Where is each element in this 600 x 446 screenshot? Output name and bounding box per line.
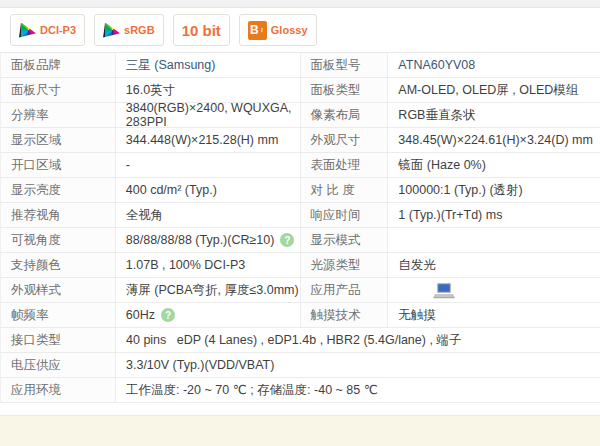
- spec-value-light-source: 自发光: [388, 253, 600, 277]
- spec-label-style: 外观样式: [1, 278, 116, 302]
- badge-srgb[interactable]: sRGB: [94, 14, 164, 46]
- spec-label-interface: 接口类型: [1, 328, 116, 352]
- laptop-icon: [398, 282, 455, 299]
- spec-row-aperture-surface: 开口区域 - 表面处理 镜面 (Haze 0%): [1, 153, 600, 178]
- spec-label-view-direction: 推荐视角: [1, 203, 116, 227]
- spec-value-view-direction: 全视角: [116, 203, 301, 227]
- spec-row-interface: 接口类型 40 pins eDP (4 Lanes) , eDP1.4b , H…: [1, 328, 600, 353]
- gamut-triangle-icon: [103, 23, 120, 38]
- spec-label-contrast: 对 比 度: [301, 178, 389, 202]
- spec-label-resolution: 分辨率: [1, 103, 116, 127]
- spec-table: 面板品牌 三星 (Samsung) 面板型号 ATNA60YV08 面板尺寸 1…: [0, 52, 600, 403]
- badge-label: DCI-P3: [40, 24, 76, 36]
- badge-row: DCI-P3 sRGB 10 bit B Glossy: [10, 14, 600, 46]
- spec-value-view-angle: 88/88/88/88 (Typ.)(CR≥10)?: [116, 228, 301, 252]
- spec-value-environment: 工作温度: -20 ~ 70 ℃ ; 存储温度: -40 ~ 85 ℃: [116, 378, 600, 402]
- spec-value-colors: 1.07B , 100% DCI-P3: [116, 253, 301, 277]
- model-link[interactable]: ATNA60YV08: [398, 58, 475, 72]
- spec-value-brightness: 400 cd/m² (Typ.): [116, 178, 301, 202]
- footer-strip: [0, 415, 600, 446]
- spec-label-response-time: 响应时间: [301, 203, 389, 227]
- spec-row-voltage: 电压供应 3.3/10V (Typ.)(VDD/VBAT): [1, 353, 600, 378]
- glossy-logo-icon: B: [248, 21, 267, 40]
- spec-row-viewdir-response: 推荐视角 全视角 响应时间 1 (Typ.)(Tr+Td) ms: [1, 203, 600, 228]
- spec-label-colors: 支持颜色: [1, 253, 116, 277]
- help-icon[interactable]: ?: [280, 233, 294, 247]
- spec-row-framerate-touch: 帧频率 60Hz? 触摸技术 无触摸: [1, 303, 600, 328]
- badge-10bit[interactable]: 10 bit: [173, 14, 230, 46]
- spec-value-frame-rate: 60Hz?: [116, 303, 301, 327]
- spec-label-display-area: 显示区域: [1, 128, 116, 152]
- spec-row-viewangle-mode: 可视角度 88/88/88/88 (Typ.)(CR≥10)? 显示模式: [1, 228, 600, 253]
- spec-label-display-mode: 显示模式: [301, 228, 389, 252]
- gamut-triangle-icon: [19, 23, 36, 38]
- help-icon[interactable]: ?: [161, 308, 175, 322]
- spec-value-style: 薄屏 (PCBA弯折, 厚度≤3.0mm): [116, 278, 301, 302]
- spec-row-area-outline: 显示区域 344.448(W)×215.28(H) mm 外观尺寸 348.45…: [1, 128, 600, 153]
- spec-label-aperture: 开口区域: [1, 153, 116, 177]
- spec-label-type: 面板类型: [301, 78, 389, 102]
- brand-link[interactable]: 三星 (Samsung): [126, 57, 216, 74]
- spec-label-view-angle: 可视角度: [1, 228, 116, 252]
- spec-row-size-type: 面板尺寸 16.0英寸 面板类型 AM-OLED, OLED屏 , OLED模组: [1, 78, 600, 103]
- top-divider: [0, 0, 600, 8]
- panel-spec-page: DCI-P3 sRGB 10 bit B Glossy 面板品牌 三星 (Sam…: [0, 0, 600, 446]
- spec-label-brightness: 显示亮度: [1, 178, 116, 202]
- spec-value-display-mode: [388, 228, 600, 252]
- badge-label: sRGB: [124, 24, 155, 36]
- spec-value-type: AM-OLED, OLED屏 , OLED模组: [388, 78, 600, 102]
- spec-value-resolution: 3840(RGB)×2400, WQUXGA, 283PPI: [116, 103, 301, 127]
- spec-value-brand: 三星 (Samsung): [116, 53, 301, 77]
- spec-row-brand-model: 面板品牌 三星 (Samsung) 面板型号 ATNA60YV08: [1, 53, 600, 78]
- spec-value-application: [388, 278, 600, 302]
- spec-label-environment: 应用环境: [1, 378, 116, 402]
- spec-label-model: 面板型号: [301, 53, 389, 77]
- spec-value-pixel-layout: RGB垂直条状: [388, 103, 600, 127]
- spec-row-colors-light: 支持颜色 1.07B , 100% DCI-P3 光源类型 自发光: [1, 253, 600, 278]
- spec-value-size: 16.0英寸: [116, 78, 301, 102]
- spec-label-pixel-layout: 像素布局: [301, 103, 389, 127]
- spec-value-interface: 40 pins eDP (4 Lanes) , eDP1.4b , HBR2 (…: [116, 328, 600, 352]
- spec-label-application: 应用产品: [301, 278, 389, 302]
- spec-value-response-time: 1 (Typ.)(Tr+Td) ms: [388, 203, 600, 227]
- spec-row-resolution-pixel: 分辨率 3840(RGB)×2400, WQUXGA, 283PPI 像素布局 …: [1, 103, 600, 128]
- spec-value-display-area: 344.448(W)×215.28(H) mm: [116, 128, 301, 152]
- spec-label-frame-rate: 帧频率: [1, 303, 116, 327]
- spec-label-light-source: 光源类型: [301, 253, 389, 277]
- spec-value-surface: 镜面 (Haze 0%): [388, 153, 600, 177]
- spec-value-touch: 无触摸: [388, 303, 600, 327]
- spec-value-contrast: 100000:1 (Typ.) (透射): [388, 178, 600, 202]
- spec-label-outline-dim: 外观尺寸: [301, 128, 389, 152]
- badge-label: 10 bit: [182, 22, 221, 39]
- spec-label-size: 面板尺寸: [1, 78, 116, 102]
- spec-value-voltage: 3.3/10V (Typ.)(VDD/VBAT): [116, 353, 600, 377]
- spec-label-brand: 面板品牌: [1, 53, 116, 77]
- badge-label: Glossy: [271, 24, 308, 36]
- spec-row-style-application: 外观样式 薄屏 (PCBA弯折, 厚度≤3.0mm) 应用产品: [1, 278, 600, 303]
- spec-label-surface: 表面处理: [301, 153, 389, 177]
- spec-value-aperture: -: [116, 153, 301, 177]
- spec-row-environment: 应用环境 工作温度: -20 ~ 70 ℃ ; 存储温度: -40 ~ 85 ℃: [1, 378, 600, 403]
- spec-row-brightness-contrast: 显示亮度 400 cd/m² (Typ.) 对 比 度 100000:1 (Ty…: [1, 178, 600, 203]
- badge-dci-p3[interactable]: DCI-P3: [10, 14, 85, 46]
- spec-label-touch: 触摸技术: [301, 303, 389, 327]
- badge-glossy[interactable]: B Glossy: [239, 14, 317, 46]
- spec-value-outline-dim: 348.45(W)×224.61(H)×3.24(D) mm: [388, 128, 600, 152]
- spec-value-model: ATNA60YV08: [388, 53, 600, 77]
- spec-label-voltage: 电压供应: [1, 353, 116, 377]
